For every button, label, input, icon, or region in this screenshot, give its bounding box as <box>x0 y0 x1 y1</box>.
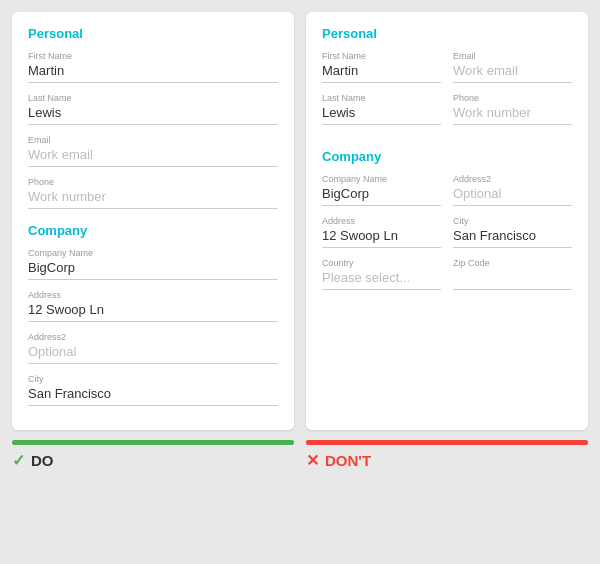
dont-label-row: ✕ DON'T <box>306 451 588 470</box>
left-last-name-field: Last Name Lewis <box>28 93 278 125</box>
right-zip-label: Zip Code <box>453 258 572 268</box>
do-indicator: ✓ DO <box>12 440 294 470</box>
left-phone-field: Phone Work number <box>28 177 278 209</box>
right-address2-placeholder: Optional <box>453 186 572 201</box>
right-company-grid: Company Name BigCorp Address2 Optional A… <box>322 174 572 300</box>
left-email-placeholder: Work email <box>28 147 278 162</box>
dont-label-text: DON'T <box>325 452 371 469</box>
do-bar <box>12 440 294 445</box>
left-first-name-label: First Name <box>28 51 278 61</box>
right-email-field: Email Work email <box>453 51 572 83</box>
right-company-name-label: Company Name <box>322 174 441 184</box>
left-address2-placeholder: Optional <box>28 344 278 359</box>
right-city-label: City <box>453 216 572 226</box>
left-panel: Personal First Name Martin Last Name Lew… <box>12 12 294 430</box>
left-company-name-label: Company Name <box>28 248 278 258</box>
left-address-value: 12 Swoop Ln <box>28 302 278 317</box>
right-personal-title: Personal <box>322 26 572 41</box>
left-city-label: City <box>28 374 278 384</box>
do-label-text: DO <box>31 452 54 469</box>
right-city-field: City San Francisco <box>453 216 572 248</box>
left-last-name-value: Lewis <box>28 105 278 120</box>
right-zip-field: Zip Code <box>453 258 572 290</box>
left-personal-title: Personal <box>28 26 278 41</box>
panels-row: Personal First Name Martin Last Name Lew… <box>12 12 588 430</box>
left-city-field: City San Francisco <box>28 374 278 406</box>
right-last-name-value: Lewis <box>322 105 441 120</box>
right-country-label: Country <box>322 258 441 268</box>
right-company-section: Company Company Name BigCorp Address2 Op… <box>322 149 572 300</box>
right-company-name-field: Company Name BigCorp <box>322 174 441 206</box>
right-personal-grid: First Name Martin Email Work email Last … <box>322 51 572 135</box>
right-panel: Personal First Name Martin Email Work em… <box>306 12 588 430</box>
left-company-name-field: Company Name BigCorp <box>28 248 278 280</box>
bottom-row: ✓ DO ✕ DON'T <box>12 440 588 470</box>
right-last-name-label: Last Name <box>322 93 441 103</box>
right-phone-label: Phone <box>453 93 572 103</box>
right-phone-placeholder: Work number <box>453 105 572 120</box>
right-phone-field: Phone Work number <box>453 93 572 125</box>
right-email-label: Email <box>453 51 572 61</box>
left-city-value: San Francisco <box>28 386 278 401</box>
left-address-label: Address <box>28 290 278 300</box>
right-email-placeholder: Work email <box>453 63 572 78</box>
right-country-field: Country Please select... <box>322 258 441 290</box>
right-address-value: 12 Swoop Ln <box>322 228 441 243</box>
right-city-value: San Francisco <box>453 228 572 243</box>
right-company-name-value: BigCorp <box>322 186 441 201</box>
right-address2-field: Address2 Optional <box>453 174 572 206</box>
left-first-name-value: Martin <box>28 63 278 78</box>
right-address-field: Address 12 Swoop Ln <box>322 216 441 248</box>
dont-indicator: ✕ DON'T <box>306 440 588 470</box>
x-icon: ✕ <box>306 451 319 470</box>
right-country-placeholder: Please select... <box>322 270 441 285</box>
right-first-name-value: Martin <box>322 63 441 78</box>
left-company-section: Company Company Name BigCorp Address 12 … <box>28 223 278 406</box>
left-email-label: Email <box>28 135 278 145</box>
left-last-name-label: Last Name <box>28 93 278 103</box>
right-address-label: Address <box>322 216 441 226</box>
left-phone-label: Phone <box>28 177 278 187</box>
dont-bar <box>306 440 588 445</box>
left-first-name-field: First Name Martin <box>28 51 278 83</box>
left-address-field: Address 12 Swoop Ln <box>28 290 278 322</box>
left-address2-label: Address2 <box>28 332 278 342</box>
left-email-field: Email Work email <box>28 135 278 167</box>
left-phone-placeholder: Work number <box>28 189 278 204</box>
left-address2-field: Address2 Optional <box>28 332 278 364</box>
check-icon: ✓ <box>12 451 25 470</box>
right-first-name-label: First Name <box>322 51 441 61</box>
left-company-name-value: BigCorp <box>28 260 278 275</box>
left-company-title: Company <box>28 223 278 238</box>
right-company-title: Company <box>322 149 572 164</box>
right-last-name-field: Last Name Lewis <box>322 93 441 125</box>
right-first-name-field: First Name Martin <box>322 51 441 83</box>
do-label-row: ✓ DO <box>12 451 294 470</box>
right-address2-label: Address2 <box>453 174 572 184</box>
